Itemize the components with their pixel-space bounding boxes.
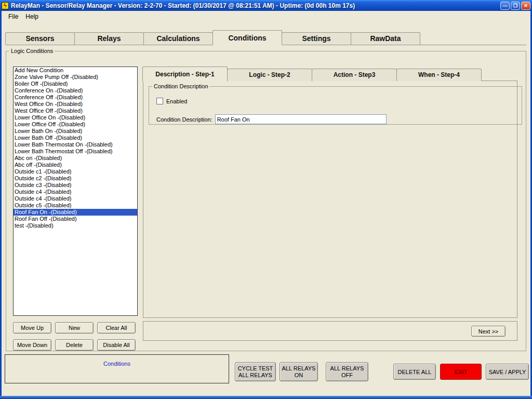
condition-list-item[interactable]: Lower Bath On -(Disabled): [14, 128, 137, 135]
condition-list-item[interactable]: Zone Valve Pump Off -(Disabled): [14, 74, 137, 81]
step-page: Condition Description Enabled Condition …: [143, 81, 517, 318]
delete-all-button[interactable]: DELETE ALL: [393, 364, 436, 380]
app-icon: ϟ: [2, 2, 9, 9]
exit-button[interactable]: EXIT: [440, 364, 482, 380]
all-relays-off-button[interactable]: ALL RELAYS OFF: [326, 362, 368, 381]
menu-bar: File Help: [2, 11, 530, 22]
condition-list-item[interactable]: Boiler Off -(Disabled): [14, 81, 137, 87]
condition-list-item[interactable]: Outside c2 -(Disabled): [14, 175, 137, 182]
enabled-checkbox[interactable]: [156, 98, 163, 104]
condition-list-item[interactable]: Outside c5 -(Disabled): [14, 202, 137, 209]
title-bar: ϟ RelayMan - Sensor/Relay Manager - Vers…: [0, 0, 532, 11]
footer-bar: Conditions CYCLE TEST ALL RELAYS ALL REL…: [2, 353, 530, 393]
condition-list-item[interactable]: Outside c1 -(Disabled): [14, 168, 137, 175]
condition-list-item[interactable]: Outside c4 -(Disabled): [14, 195, 137, 202]
logic-conditions-group-label: Logic Conditions: [9, 48, 55, 54]
main-tab[interactable]: Settings: [282, 32, 351, 45]
condition-list-item[interactable]: Abc on -(Disabled): [14, 155, 137, 162]
condition-list-item[interactable]: Abc off -(Disabled): [14, 162, 137, 168]
condition-list-item[interactable]: Conference Off -(Disabled): [14, 94, 137, 101]
main-tab[interactable]: RawData: [351, 32, 420, 45]
condition-list-item[interactable]: Lower Bath Thermostat On -(Disabled): [14, 141, 137, 148]
main-tab[interactable]: Sensors: [5, 32, 75, 45]
next-button[interactable]: Next >>: [471, 326, 506, 337]
step-tab[interactable]: When - Step-4: [396, 69, 482, 81]
enabled-label: Enabled: [166, 98, 187, 104]
main-tab[interactable]: Conditions: [212, 30, 282, 45]
app-window: ϟ RelayMan - Sensor/Relay Manager - Vers…: [0, 0, 532, 396]
condition-list-item[interactable]: Lower Office Off -(Disabled): [14, 121, 137, 128]
main-tab[interactable]: Calculations: [143, 32, 213, 45]
condition-list-item[interactable]: Add New Condition: [14, 67, 137, 74]
all-relays-on-button[interactable]: ALL RELAYS ON: [280, 362, 318, 381]
maximize-button[interactable]: ❐: [511, 2, 520, 10]
next-panel: Next >>: [143, 321, 517, 341]
new-button[interactable]: New: [55, 322, 94, 334]
delete-button[interactable]: Delete: [55, 339, 94, 351]
enabled-row: Enabled: [156, 98, 522, 104]
condition-list-item[interactable]: Lower Bath Thermostat Off -(Disabled): [14, 148, 137, 155]
condition-list-item[interactable]: West Office Off -(Disabled): [14, 108, 137, 114]
disable-all-button[interactable]: Disable All: [97, 339, 136, 351]
step-tab[interactable]: Description - Step-1: [142, 66, 228, 82]
close-button[interactable]: ✕: [521, 2, 530, 10]
step-tab[interactable]: Logic - Step-2: [227, 69, 312, 81]
condition-description-group-label: Condition Description: [152, 83, 210, 89]
menu-help[interactable]: Help: [22, 12, 42, 21]
save-apply-button[interactable]: SAVE / APPLY: [486, 364, 529, 380]
condition-list-item[interactable]: Conference On -(Disabled): [14, 87, 137, 94]
condition-list-item[interactable]: Roof Fan Off -(Disabled): [14, 216, 137, 222]
status-text: Conditions: [5, 361, 229, 367]
minimize-button[interactable]: —: [500, 2, 510, 10]
condition-description-label: Condition Description:: [156, 116, 212, 123]
step-tab[interactable]: Action - Step3: [312, 69, 397, 81]
menu-file[interactable]: File: [5, 12, 22, 21]
condition-list-item[interactable]: Roof Fan On -(Disabled): [14, 209, 137, 216]
main-tab[interactable]: Relays: [74, 32, 144, 45]
status-box: Conditions: [5, 354, 229, 383]
logic-conditions-group: Logic Conditions Add New ConditionZone V…: [6, 48, 526, 351]
step-tab-strip: Description - Step-1Logic - Step-2Action…: [143, 65, 482, 81]
main-tab-strip: SensorsRelaysCalculationsConditionsSetti…: [6, 30, 526, 45]
condition-list-item[interactable]: Lower Office On -(Disabled): [14, 114, 137, 121]
condition-description-row: Condition Description:: [156, 114, 522, 124]
condition-list-item[interactable]: Outside c4 -(Disabled): [14, 189, 137, 195]
clear-all-button[interactable]: Clear All: [97, 322, 136, 334]
window-title: RelayMan - Sensor/Relay Manager - Versio…: [11, 2, 500, 9]
window-bottom-border: [0, 396, 532, 399]
list-button-grid: Move Up New Clear All Move Down Delete D…: [13, 322, 136, 351]
conditions-list[interactable]: Add New ConditionZone Valve Pump Off -(D…: [13, 66, 138, 316]
window-controls: — ❐ ✕: [500, 2, 530, 10]
cycle-test-all-relays-button[interactable]: CYCLE TEST ALL RELAYS: [235, 362, 276, 381]
condition-description-input[interactable]: [215, 114, 387, 124]
condition-list-item[interactable]: Lower Bath Off -(Disabled): [14, 135, 137, 141]
condition-list-item[interactable]: test -(Disabled): [14, 222, 137, 229]
move-down-button[interactable]: Move Down: [13, 339, 51, 351]
condition-description-group: Condition Description Enabled Condition …: [149, 83, 522, 125]
condition-list-item[interactable]: West Office On -(Disabled): [14, 101, 137, 108]
move-up-button[interactable]: Move Up: [13, 322, 51, 334]
condition-list-item[interactable]: Outside c3 -(Disabled): [14, 182, 137, 189]
